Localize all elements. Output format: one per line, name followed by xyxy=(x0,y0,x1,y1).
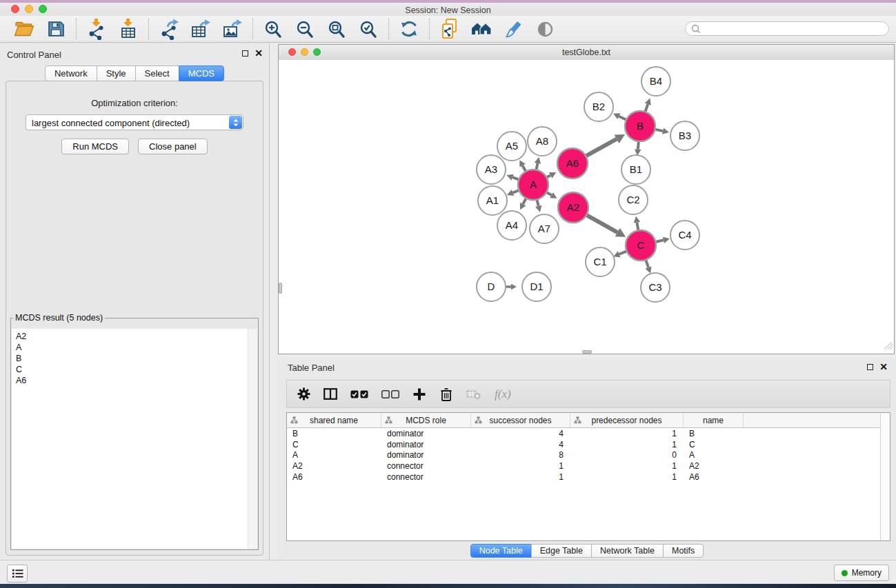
table-cell[interactable]: B xyxy=(287,429,381,438)
close-table-panel-icon[interactable]: ✕ xyxy=(879,363,888,371)
tab-node-table[interactable]: Node Table xyxy=(470,544,532,558)
minimize-window-button[interactable] xyxy=(25,5,33,13)
float-table-panel-icon[interactable] xyxy=(867,364,873,370)
mcds-result-item[interactable]: C xyxy=(12,364,257,375)
table-cell[interactable]: 1 xyxy=(471,472,570,482)
edge-A-A7[interactable] xyxy=(537,199,538,206)
table-cell[interactable]: 1 xyxy=(570,472,684,482)
column-header-shared-name[interactable]: shared name xyxy=(287,413,381,427)
style-brush-icon[interactable] xyxy=(502,18,524,40)
edge-A6-B[interactable] xyxy=(586,139,617,156)
column-header-MCDS-role[interactable]: MCDS role xyxy=(381,413,471,427)
table-cell[interactable]: A6 xyxy=(684,472,744,482)
table-cell[interactable]: A2 xyxy=(684,461,744,471)
add-column-icon[interactable] xyxy=(412,387,426,401)
table-cell[interactable]: dominator xyxy=(381,440,471,449)
delete-table-icon-disabled[interactable] xyxy=(466,389,481,400)
table-cell[interactable]: connector xyxy=(381,461,471,471)
table-cell[interactable]: 4 xyxy=(471,429,570,438)
zoom-network-window-button[interactable] xyxy=(313,48,321,56)
table-cell[interactable]: A xyxy=(287,450,381,460)
open-file-icon[interactable] xyxy=(13,18,35,40)
table-cell[interactable]: 8 xyxy=(471,450,570,460)
zoom-window-button[interactable] xyxy=(39,5,47,13)
column-header-name[interactable]: name xyxy=(684,413,744,427)
table-settings-gear-icon[interactable] xyxy=(297,387,310,401)
mcds-result-item[interactable]: B xyxy=(12,353,257,364)
refresh-icon[interactable] xyxy=(398,18,420,40)
run-mcds-button[interactable]: Run MCDS xyxy=(61,139,129,154)
table-row[interactable]: Cdominator41C xyxy=(287,439,890,450)
column-header-predecessor-nodes[interactable]: predecessor nodes xyxy=(570,413,684,427)
table-cell[interactable]: dominator xyxy=(381,429,471,438)
table-cell[interactable]: 1 xyxy=(570,440,684,449)
table-cell[interactable]: B xyxy=(684,429,744,438)
new-network-from-selection-icon[interactable] xyxy=(439,18,461,40)
export-network-icon[interactable] xyxy=(158,18,180,40)
memory-button[interactable]: Memory xyxy=(834,565,889,581)
float-panel-icon[interactable] xyxy=(242,50,248,57)
tab-select[interactable]: Select xyxy=(135,65,179,81)
zoom-out-icon[interactable] xyxy=(294,18,316,40)
edge-C-C3[interactable] xyxy=(646,260,648,267)
horizontal-scrollbar-thumb[interactable] xyxy=(582,350,592,354)
zoom-in-icon[interactable] xyxy=(262,18,284,40)
edge-C-C2[interactable] xyxy=(637,223,638,231)
table-cell[interactable]: 0 xyxy=(570,450,684,460)
edge-B-B1[interactable] xyxy=(638,141,639,150)
table-cell[interactable]: 1 xyxy=(570,461,684,471)
table-row[interactable]: A2connector11A2 xyxy=(287,460,890,472)
vertical-scrollbar-thumb[interactable] xyxy=(279,283,282,294)
tab-edge-table[interactable]: Edge Table xyxy=(531,544,592,558)
toggle-column-panel-icon[interactable] xyxy=(323,388,337,400)
export-table-icon[interactable] xyxy=(190,18,212,40)
table-cell[interactable]: A xyxy=(684,450,744,460)
network-canvas[interactable]: B4B2BB3A5A8A6A3AB1A1C2A2A4A7C4CC1DD1C3 xyxy=(279,60,894,354)
zoom-fit-icon[interactable] xyxy=(326,18,348,40)
mcds-result-item[interactable]: A xyxy=(12,342,257,353)
resize-grip-icon[interactable] xyxy=(884,341,893,353)
tab-motifs[interactable]: Motifs xyxy=(663,544,704,558)
save-session-icon[interactable] xyxy=(45,18,67,40)
edge-A-A3[interactable] xyxy=(512,177,519,179)
table-cell[interactable]: A2 xyxy=(287,461,381,471)
tab-mcds[interactable]: MCDS xyxy=(179,65,224,81)
close-panel-button[interactable]: Close panel xyxy=(138,139,208,154)
function-builder-icon[interactable]: f(x) xyxy=(495,387,511,401)
table-scrollbar[interactable] xyxy=(880,413,890,540)
zoom-selected-icon[interactable] xyxy=(357,18,379,40)
import-table-icon[interactable] xyxy=(117,18,139,40)
edge-B-B2[interactable] xyxy=(619,116,626,120)
tab-style[interactable]: Style xyxy=(97,65,136,81)
delete-column-trash-icon[interactable] xyxy=(439,387,453,402)
tab-network[interactable]: Network xyxy=(45,65,97,81)
select-all-columns-icon[interactable] xyxy=(350,390,368,398)
edge-A-A1[interactable] xyxy=(512,190,519,193)
optimization-criterion-dropdown[interactable]: largest connected component (directed) xyxy=(26,114,243,130)
close-window-button[interactable] xyxy=(11,5,19,13)
tab-network-table[interactable]: Network Table xyxy=(591,544,664,558)
edge-C-C1[interactable] xyxy=(619,251,627,254)
close-panel-icon[interactable]: ✕ xyxy=(255,50,263,57)
import-network-icon[interactable] xyxy=(86,18,108,40)
edge-A2-C[interactable] xyxy=(586,215,617,232)
export-image-icon[interactable] xyxy=(221,18,243,40)
table-row[interactable]: Bdominator41B xyxy=(287,428,890,439)
edge-B-B3[interactable] xyxy=(655,130,664,131)
edge-C-C4[interactable] xyxy=(655,240,663,242)
deselect-all-columns-icon[interactable] xyxy=(381,390,399,398)
mcds-result-item[interactable]: A6 xyxy=(12,375,257,386)
edge-A-A2[interactable] xyxy=(546,192,551,195)
table-cell[interactable]: connector xyxy=(381,472,471,482)
eye-icon[interactable] xyxy=(534,18,556,40)
table-cell[interactable]: dominator xyxy=(381,450,471,460)
table-row[interactable]: Adominator80A xyxy=(287,450,890,461)
edge-A-A4[interactable] xyxy=(523,198,526,204)
search-input[interactable] xyxy=(701,23,888,34)
table-cell[interactable]: A6 xyxy=(287,472,381,482)
edge-B-B4[interactable] xyxy=(645,104,648,112)
table-cell[interactable]: C xyxy=(684,440,744,449)
dropdown-stepper-icon[interactable] xyxy=(229,116,242,129)
table-cell[interactable]: 1 xyxy=(471,461,570,471)
table-cell[interactable]: 1 xyxy=(570,429,684,438)
